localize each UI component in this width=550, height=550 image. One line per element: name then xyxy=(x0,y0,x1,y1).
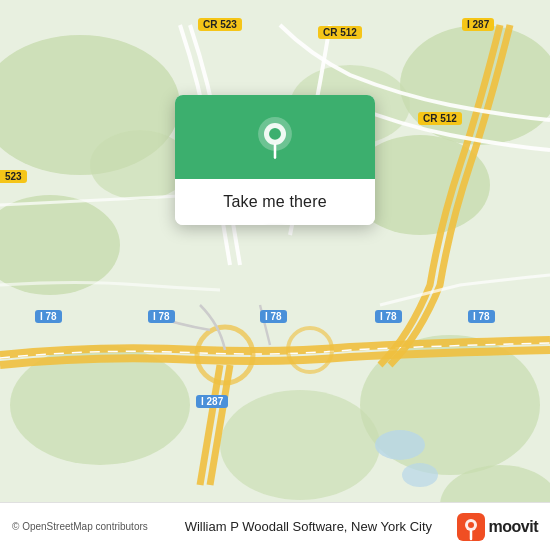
location-label: William P Woodall Software, New York Cit… xyxy=(160,519,456,534)
popup-icon-area xyxy=(175,95,375,179)
road-label-cr512b: CR 512 xyxy=(418,112,462,125)
svg-point-20 xyxy=(468,522,474,528)
map-background xyxy=(0,0,550,550)
road-label-i78a: I 78 xyxy=(35,310,62,323)
popup-card: Take me there xyxy=(175,95,375,225)
road-label-i78d: I 78 xyxy=(375,310,402,323)
moovit-icon xyxy=(457,513,485,541)
svg-point-11 xyxy=(375,430,425,460)
road-label-i78c: I 78 xyxy=(260,310,287,323)
bottom-bar: © OpenStreetMap contributors William P W… xyxy=(0,502,550,550)
moovit-logo: moovit xyxy=(457,513,538,541)
road-label-i287b: I 287 xyxy=(196,395,228,408)
svg-point-12 xyxy=(402,463,438,487)
road-label-523: 523 xyxy=(0,170,27,183)
road-label-i287a: I 287 xyxy=(462,18,494,31)
location-pin-icon xyxy=(253,117,297,161)
svg-point-7 xyxy=(220,390,380,500)
take-me-there-button[interactable]: Take me there xyxy=(175,179,375,225)
copyright-text: © OpenStreetMap contributors xyxy=(12,521,160,532)
road-label-cr523: CR 523 xyxy=(198,18,242,31)
road-label-cr512a: CR 512 xyxy=(318,26,362,39)
road-label-i78b: I 78 xyxy=(148,310,175,323)
map-container: CR 523 CR 512 CR 512 I 287 I 78 I 78 I 7… xyxy=(0,0,550,550)
road-label-i78e: I 78 xyxy=(468,310,495,323)
svg-point-17 xyxy=(269,128,281,140)
moovit-text-label: moovit xyxy=(489,518,538,536)
